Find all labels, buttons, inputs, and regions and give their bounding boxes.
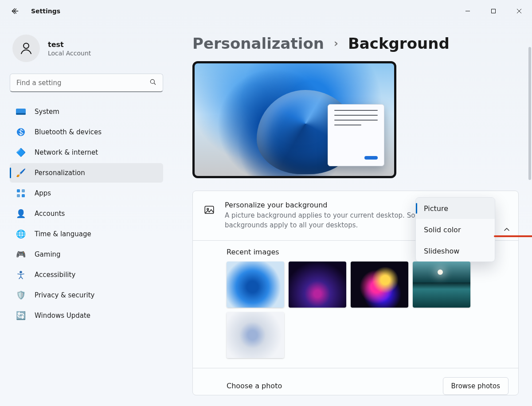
bluetooth-icon [16,127,26,137]
user-block[interactable]: test Local Account [12,35,163,62]
sidebar-item-bluetooth[interactable]: Bluetooth & devices [10,122,163,142]
dropdown-option-picture[interactable]: Picture [416,198,495,219]
dropdown-option-solid-color[interactable]: Solid color [416,219,495,240]
sidebar-item-accessibility[interactable]: Accessibility [10,265,163,285]
chevron-right-icon: › [334,37,338,50]
sidebar: test Local Account System Bluetooth & de… [0,22,173,406]
sidebar-item-label: Apps [35,189,51,197]
background-type-dropdown[interactable]: Picture Solid color Slideshow [415,197,510,262]
apps-icon [16,188,26,198]
back-button[interactable] [10,6,20,16]
recent-image-thumb[interactable] [351,262,408,308]
recent-images-grid [227,262,509,358]
recent-image-thumb[interactable] [413,262,470,308]
sidebar-item-label: Windows Update [35,312,90,320]
svg-rect-2 [492,9,496,13]
system-icon [16,107,26,117]
choose-photo-row: Choose a photo Browse photos [193,368,518,395]
sidebar-item-privacy[interactable]: 🛡️ Privacy & security [10,285,163,305]
search-input[interactable] [10,74,163,92]
window-controls [455,0,532,22]
sidebar-item-label: Gaming [35,250,61,258]
chevron-up-icon [503,226,510,235]
sidebar-item-label: Privacy & security [35,291,94,299]
browse-photos-button[interactable]: Browse photos [443,377,509,395]
search-box[interactable] [10,74,163,92]
sidebar-item-label: System [35,108,59,116]
breadcrumb: Personalization › Background [192,35,519,52]
background-card: Personalize your background A picture ba… [192,191,519,395]
sidebar-item-label: Personalization [35,169,85,177]
sidebar-item-apps[interactable]: Apps [10,183,163,203]
user-name: test [48,40,91,49]
svg-point-6 [150,79,154,83]
sidebar-item-time[interactable]: 🌐 Time & language [10,224,163,244]
dropdown-option-slideshow[interactable]: Slideshow [416,240,495,262]
privacy-icon: 🛡️ [16,290,26,300]
minimize-button[interactable] [455,0,481,22]
network-icon: 🔷 [16,148,26,157]
svg-point-5 [23,43,29,48]
gaming-icon: 🎮 [16,250,26,259]
dropdown-menu: Picture Solid color Slideshow [415,197,495,262]
sidebar-item-label: Network & internet [35,148,98,156]
recent-image-thumb[interactable] [289,262,346,308]
breadcrumb-parent[interactable]: Personalization [192,35,324,52]
app-title: Settings [31,8,60,15]
sidebar-item-personalization[interactable]: 🖌️ Personalization [10,163,163,183]
search-icon [149,78,157,88]
breadcrumb-current: Background [348,35,450,52]
svg-point-17 [207,208,209,210]
svg-rect-13 [17,194,20,197]
svg-rect-11 [17,189,20,192]
accessibility-icon [16,270,26,280]
picture-icon [203,203,216,217]
update-icon: 🔄 [16,311,26,320]
svg-rect-12 [22,189,25,192]
svg-point-15 [20,271,22,273]
sidebar-item-label: Accessibility [35,271,75,279]
time-icon: 🌐 [16,229,26,239]
window-preview-icon [328,104,384,166]
desktop-preview [192,61,396,178]
sidebar-item-system[interactable]: System [10,102,163,121]
svg-rect-9 [16,113,26,115]
sidebar-item-gaming[interactable]: 🎮 Gaming [10,245,163,264]
svg-rect-14 [22,194,25,197]
page-scrollbar[interactable] [528,47,531,180]
sidebar-item-label: Bluetooth & devices [35,128,102,136]
sidebar-item-label: Accounts [35,210,65,218]
choose-photo-label: Choose a photo [227,382,282,390]
recent-image-thumb[interactable] [227,312,284,358]
close-button[interactable] [506,0,532,22]
sidebar-item-accounts[interactable]: 👤 Accounts [10,204,163,223]
titlebar: Settings [0,0,532,22]
user-subtitle: Local Account [48,50,91,57]
recent-image-thumb[interactable] [227,262,284,308]
sidebar-item-label: Time & language [35,230,91,238]
user-avatar-icon [12,35,40,62]
personalize-icon: 🖌️ [16,168,26,178]
maximize-button[interactable] [481,0,506,22]
sidebar-item-network[interactable]: 🔷 Network & internet [10,143,163,162]
accounts-icon: 👤 [16,209,26,219]
svg-line-7 [154,83,156,85]
sidebar-item-update[interactable]: 🔄 Windows Update [10,306,163,325]
sidebar-nav: System Bluetooth & devices 🔷 Network & i… [10,102,163,325]
personalize-background-row: Personalize your background A picture ba… [193,191,518,240]
main-panel: Personalization › Background Personalize… [173,22,532,406]
